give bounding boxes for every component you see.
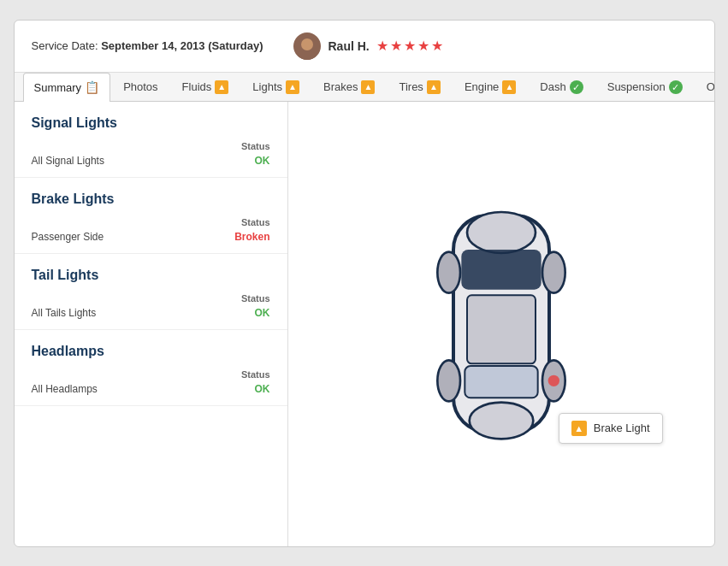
- tab-bar: Summary 📋 Photos Fluids ▲ Lights ▲ Brake…: [15, 73, 714, 102]
- tab-engine[interactable]: Engine ▲: [453, 73, 527, 101]
- content-area: Signal Lights Status All Signal Lights O…: [15, 102, 714, 546]
- headlamps-item-status: OK: [255, 383, 270, 395]
- tooltip-label: Brake Light: [594, 422, 650, 434]
- svg-point-12: [547, 374, 559, 386]
- headlamps-section: Headlamps Status All Headlamps OK: [15, 330, 287, 406]
- tab-brakes-label: Brakes: [323, 80, 358, 93]
- tab-dash-label: Dash: [540, 80, 565, 93]
- engine-warn-icon: ▲: [502, 80, 516, 94]
- signal-lights-title: Signal Lights: [32, 115, 270, 131]
- svg-point-0: [301, 38, 313, 50]
- tab-summary-label: Summary: [34, 81, 82, 94]
- list-item: Passenger Side Broken: [32, 231, 270, 243]
- tab-suspension[interactable]: Suspension ✓: [596, 73, 694, 101]
- tab-tires[interactable]: Tires ▲: [388, 73, 451, 101]
- headlamps-title: Headlamps: [32, 344, 270, 359]
- tab-suspension-label: Suspension: [607, 80, 666, 93]
- signal-lights-item-status: OK: [255, 155, 270, 167]
- tail-lights-status-header: Status: [241, 293, 270, 304]
- tab-brakes[interactable]: Brakes ▲: [312, 73, 386, 101]
- tail-lights-title: Tail Lights: [32, 268, 270, 283]
- tail-lights-item-status: OK: [255, 307, 270, 319]
- brake-lights-status-header: Status: [241, 217, 270, 227]
- signal-lights-section: Signal Lights Status All Signal Lights O…: [15, 102, 287, 178]
- tires-warn-icon: ▲: [427, 80, 441, 94]
- svg-point-1: [299, 50, 316, 60]
- svg-rect-5: [467, 295, 536, 363]
- brake-lights-item-status: Broken: [234, 231, 269, 243]
- signal-lights-status-header: Status: [241, 141, 270, 151]
- tab-summary[interactable]: Summary 📋: [23, 73, 111, 102]
- svg-point-7: [469, 402, 533, 439]
- lights-warn-icon: ▲: [286, 80, 299, 94]
- svg-point-9: [542, 251, 565, 292]
- svg-rect-4: [461, 250, 541, 290]
- tab-lights[interactable]: Lights ▲: [241, 73, 311, 101]
- header: Service Date: September 14, 2013 (Saturd…: [15, 21, 714, 73]
- list-item: All Signal Lights OK: [32, 155, 270, 167]
- tech-name: Raul H.: [328, 39, 369, 53]
- suspension-ok-icon: ✓: [669, 80, 683, 94]
- tab-tires-label: Tires: [399, 80, 423, 93]
- main-container: Service Date: September 14, 2013 (Saturd…: [14, 20, 715, 547]
- star-rating: ★ ★ ★ ★ ★: [376, 38, 443, 54]
- star-4: ★: [417, 38, 429, 54]
- avatar: [293, 32, 321, 60]
- technician: Raul H. ★ ★ ★ ★ ★: [293, 32, 442, 60]
- star-5: ★: [431, 38, 443, 54]
- brake-lights-item-name: Passenger Side: [32, 231, 104, 243]
- tab-fluids-label: Fluids: [182, 80, 212, 93]
- list-item: All Headlamps OK: [32, 383, 270, 395]
- star-1: ★: [376, 38, 388, 54]
- tab-photos[interactable]: Photos: [112, 73, 169, 101]
- headlamps-status-header: Status: [241, 369, 270, 380]
- left-panel: Signal Lights Status All Signal Lights O…: [15, 102, 288, 546]
- clipboard-icon: 📋: [85, 80, 99, 94]
- signal-lights-item-name: All Signal Lights: [32, 155, 104, 167]
- brakes-warn-icon: ▲: [361, 80, 375, 94]
- tail-lights-item-name: All Tails Lights: [32, 307, 97, 319]
- svg-point-10: [437, 360, 460, 401]
- tab-engine-label: Engine: [465, 80, 499, 93]
- tab-other-label: Other: [707, 80, 715, 93]
- fluids-warn-icon: ▲: [215, 80, 228, 94]
- list-item: All Tails Lights OK: [32, 307, 270, 319]
- brake-light-tooltip: ▲ Brake Light: [559, 413, 663, 444]
- brake-lights-section: Brake Lights Status Passenger Side Broke…: [15, 178, 287, 254]
- tab-lights-label: Lights: [252, 80, 282, 93]
- svg-point-3: [467, 212, 536, 253]
- headlamps-item-name: All Headlamps: [32, 383, 98, 395]
- car-diagram: [433, 181, 570, 466]
- svg-rect-6: [465, 366, 537, 398]
- svg-point-8: [437, 251, 460, 292]
- dash-ok-icon: ✓: [570, 80, 583, 94]
- tab-dash[interactable]: Dash ✓: [529, 73, 594, 101]
- tab-photos-label: Photos: [123, 80, 157, 93]
- tail-lights-section: Tail Lights Status All Tails Lights OK: [15, 254, 287, 330]
- tooltip-warn-icon: ▲: [571, 421, 587, 436]
- right-panel: ▲ Brake Light: [288, 102, 714, 546]
- brake-lights-title: Brake Lights: [32, 192, 270, 207]
- tab-fluids[interactable]: Fluids ▲: [171, 73, 240, 101]
- tab-other[interactable]: Other ▲: [695, 73, 715, 101]
- star-3: ★: [404, 38, 416, 54]
- star-2: ★: [390, 38, 402, 54]
- service-date: Service Date: September 14, 2013 (Saturd…: [32, 39, 263, 52]
